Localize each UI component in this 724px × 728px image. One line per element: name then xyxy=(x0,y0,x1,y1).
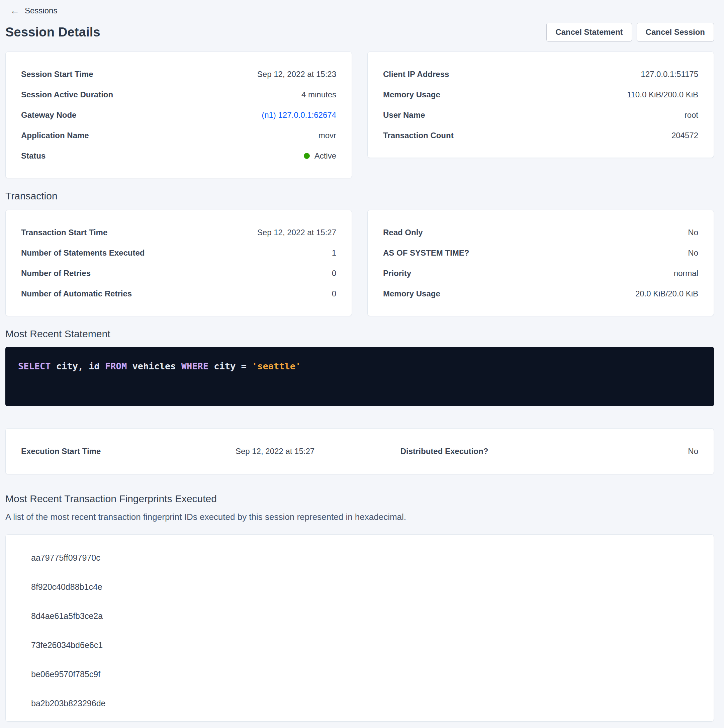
row-value: 0 xyxy=(332,269,336,278)
session-summary-row: Session Start Time Sep 12, 2022 at 15:23… xyxy=(5,52,714,178)
fingerprints-note: A list of the most recent transaction fi… xyxy=(5,512,714,522)
fingerprint-item: aa79775ff097970c xyxy=(31,543,698,572)
row-value: 4 minutes xyxy=(302,90,336,99)
sql-plain: city = xyxy=(208,361,252,372)
row-label: Memory Usage xyxy=(383,289,440,298)
page-header: Session Details Cancel Statement Cancel … xyxy=(5,23,714,41)
status-dot-icon xyxy=(304,153,310,159)
row-value: 0 xyxy=(332,289,336,298)
transaction-row: Transaction Start Time Sep 12, 2022 at 1… xyxy=(5,210,714,316)
sql-statement-text: SELECT city, id FROM vehicles WHERE city… xyxy=(18,361,701,372)
sql-keyword: SELECT xyxy=(18,361,51,372)
status-text: Active xyxy=(314,151,336,161)
status-badge: Active xyxy=(304,151,336,161)
row-label: Client IP Address xyxy=(383,70,449,79)
transaction-stats-card: Transaction Start Time Sep 12, 2022 at 1… xyxy=(5,210,352,316)
sql-plain: city, id xyxy=(51,361,106,372)
transaction-count-row: Transaction Count 204572 xyxy=(383,125,698,145)
distributed-execution-label: Distributed Execution? xyxy=(360,447,529,456)
page-title: Session Details xyxy=(5,25,100,40)
cancel-session-button[interactable]: Cancel Session xyxy=(637,23,714,41)
row-value: Sep 12, 2022 at 15:27 xyxy=(257,228,336,237)
sql-keyword: WHERE xyxy=(181,361,208,372)
row-label: Application Name xyxy=(21,131,89,140)
row-label: Priority xyxy=(383,269,411,278)
fingerprint-item: 73fe26034bd6e6c1 xyxy=(31,631,698,660)
cancel-statement-button[interactable]: Cancel Statement xyxy=(546,23,632,41)
status-row: Status Active xyxy=(21,145,336,166)
as-of-system-time-row: AS OF SYSTEM TIME? No xyxy=(383,243,698,263)
transaction-props-card: Read Only No AS OF SYSTEM TIME? No Prior… xyxy=(367,210,714,316)
transaction-start-time-row: Transaction Start Time Sep 12, 2022 at 1… xyxy=(21,222,336,243)
row-value: No xyxy=(688,248,698,258)
breadcrumb[interactable]: ← Sessions xyxy=(5,3,714,17)
fingerprint-item: be06e9570f785c9f xyxy=(31,660,698,689)
row-label: Session Start Time xyxy=(21,70,93,79)
sql-plain: vehicles xyxy=(127,361,181,372)
row-value: 1 xyxy=(332,248,336,258)
session-duration-row: Session Active Duration 4 minutes xyxy=(21,84,336,105)
row-value: No xyxy=(688,228,698,237)
row-label: Read Only xyxy=(383,228,423,237)
row-value: 204572 xyxy=(672,131,698,140)
execution-start-label: Execution Start Time xyxy=(21,447,190,456)
execution-start-value: Sep 12, 2022 at 15:27 xyxy=(190,447,360,456)
memory-usage-row: Memory Usage 110.0 KiB/200.0 KiB xyxy=(383,84,698,105)
sql-keyword: FROM xyxy=(105,361,127,372)
fingerprint-item: 8d4ae61a5fb3ce2a xyxy=(31,601,698,631)
session-info-card: Session Start Time Sep 12, 2022 at 15:23… xyxy=(5,52,352,178)
gateway-node-row: Gateway Node (n1) 127.0.0.1:62674 xyxy=(21,105,336,125)
row-label: Transaction Start Time xyxy=(21,228,107,237)
distributed-execution-value: No xyxy=(529,447,698,456)
row-label: User Name xyxy=(383,110,425,120)
txn-memory-usage-row: Memory Usage 20.0 KiB/20.0 KiB xyxy=(383,283,698,304)
section-title-transaction: Transaction xyxy=(5,190,714,202)
row-label: Memory Usage xyxy=(383,90,440,99)
client-ip-row: Client IP Address 127.0.0.1:51175 xyxy=(383,64,698,84)
sql-string: 'seattle' xyxy=(252,361,301,372)
row-value: root xyxy=(684,110,698,120)
row-value: 20.0 KiB/20.0 KiB xyxy=(635,289,698,298)
priority-row: Priority normal xyxy=(383,263,698,283)
execution-card: Execution Start Time Sep 12, 2022 at 15:… xyxy=(5,428,714,474)
header-actions: Cancel Statement Cancel Session xyxy=(546,23,714,41)
row-value: Sep 12, 2022 at 15:23 xyxy=(257,70,336,79)
application-name-row: Application Name movr xyxy=(21,125,336,145)
row-value: 127.0.0.1:51175 xyxy=(641,70,698,79)
read-only-row: Read Only No xyxy=(383,222,698,243)
row-value: movr xyxy=(318,131,336,140)
row-label: Gateway Node xyxy=(21,110,76,120)
row-label: Transaction Count xyxy=(383,131,454,140)
automatic-retries-row: Number of Automatic Retries 0 xyxy=(21,283,336,304)
row-value: 110.0 KiB/200.0 KiB xyxy=(627,90,698,99)
row-label: Status xyxy=(21,151,46,161)
fingerprint-item: ba2b203b823296de xyxy=(31,689,698,718)
row-label: Number of Automatic Retries xyxy=(21,289,132,298)
breadcrumb-label: Sessions xyxy=(25,6,57,15)
fingerprint-item: 8f920c40d88b1c4e xyxy=(31,572,698,601)
session-details-page: ← Sessions Session Details Cancel Statem… xyxy=(0,0,724,722)
row-label: Session Active Duration xyxy=(21,90,113,99)
back-arrow-icon: ← xyxy=(10,6,19,15)
retries-row: Number of Retries 0 xyxy=(21,263,336,283)
row-label: AS OF SYSTEM TIME? xyxy=(383,248,469,258)
user-name-row: User Name root xyxy=(383,105,698,125)
statements-executed-row: Number of Statements Executed 1 xyxy=(21,243,336,263)
row-label: Number of Statements Executed xyxy=(21,248,144,258)
section-title-statement: Most Recent Statement xyxy=(5,328,714,340)
client-info-card: Client IP Address 127.0.0.1:51175 Memory… xyxy=(367,52,714,158)
gateway-node-link[interactable]: (n1) 127.0.0.1:62674 xyxy=(262,110,336,120)
session-start-time-row: Session Start Time Sep 12, 2022 at 15:23 xyxy=(21,64,336,84)
section-title-fingerprints: Most Recent Transaction Fingerprints Exe… xyxy=(5,493,714,505)
sql-statement-box: SELECT city, id FROM vehicles WHERE city… xyxy=(5,347,714,406)
fingerprints-card: aa79775ff097970c 8f920c40d88b1c4e 8d4ae6… xyxy=(5,534,714,722)
row-value: normal xyxy=(674,269,698,278)
row-label: Number of Retries xyxy=(21,269,91,278)
